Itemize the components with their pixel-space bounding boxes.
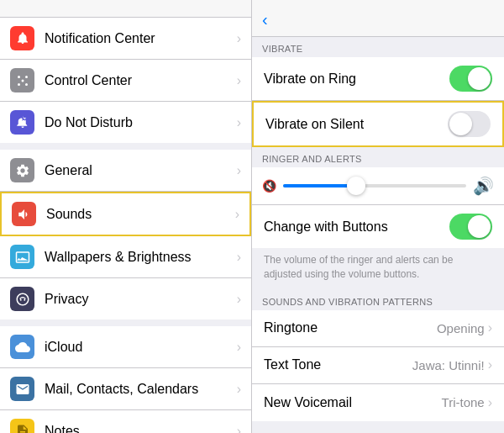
settings-item-do-not-disturb[interactable]: Do Not Disturb› [0,102,251,143]
settings-item-wallpapers[interactable]: Wallpapers & Brightness› [0,236,251,278]
settings-list: Notification Center›Control Center›Do No… [0,18,251,433]
settings-item-mail[interactable]: Mail, Contacts, Calendars› [0,368,251,410]
section-header-0: VIBRATE [252,37,504,57]
control-icon [10,68,34,92]
new-voicemail-value: Tri-tone [442,395,485,409]
settings-item-sounds[interactable]: Sounds› [0,192,251,236]
chevron-icon: › [237,31,241,46]
settings-item-notes[interactable]: Notes› [0,410,251,433]
right-item-text-tone[interactable]: Text ToneJawa: Utinni!› [252,347,504,384]
section-header-1: RINGER AND ALERTS [252,147,504,167]
icloud-label: iCloud [45,340,234,355]
back-button[interactable]: ‹ [262,10,271,29]
nav-chevron-icon: › [488,320,492,335]
svg-point-0 [21,79,24,82]
chevron-icon: › [237,424,241,434]
chevron-icon: › [237,382,241,397]
right-list-2: RingtoneOpening›Text ToneJawa: Utinni!›N… [252,310,504,421]
notes-label: Notes [45,424,234,434]
notes-icon [10,419,34,433]
disturb-icon [10,110,34,135]
chevron-icon: › [237,250,241,265]
change-buttons-label: Change with Buttons [264,219,449,235]
privacy-icon [10,287,34,311]
back-chevron-icon: ‹ [262,10,268,29]
settings-item-notification-center[interactable]: Notification Center› [0,18,251,60]
right-item-new-voicemail[interactable]: New VoicemailTri-tone› [252,384,504,421]
chevron-icon: › [237,115,241,130]
mail-label: Mail, Contacts, Calendars [45,382,234,397]
section-header-2: SOUNDS AND VIBRATION PATTERNS [252,290,504,310]
settings-group-0: Notification Center›Control Center›Do No… [0,18,251,143]
left-panel: Notification Center›Control Center›Do No… [0,0,252,433]
ringtone-label: Ringtone [264,320,437,335]
left-header [0,0,251,18]
notification-icon [10,26,34,50]
right-content: VIBRATEVibrate on RingVibrate on SilentR… [252,37,504,433]
nav-chevron-icon: › [488,395,492,410]
right-item-vibrate-silent[interactable]: Vibrate on Silent [252,101,504,147]
right-item-vibrate-ring[interactable]: Vibrate on Ring [252,57,504,101]
volume-slider-row: 🔇🔊 [252,167,504,205]
change-buttons-toggle[interactable] [449,214,492,240]
settings-group-2: iCloud›Mail, Contacts, Calendars›Notes› [0,319,251,433]
general-icon [10,158,34,182]
volume-low-icon: 🔇 [262,179,276,193]
general-label: General [45,163,234,178]
nav-chevron-icon: › [488,357,492,372]
sounds-label: Sounds [46,207,232,222]
chevron-icon: › [237,292,241,307]
vibrate-ring-label: Vibrate on Ring [264,71,449,87]
new-voicemail-label: New Voicemail [264,395,442,410]
settings-item-general[interactable]: General› [0,150,251,192]
wallpaper-icon [10,245,34,269]
icloud-icon [10,335,34,359]
mail-icon [10,377,34,401]
settings-group-1: General›Sounds›Wallpapers & Brightness›P… [0,143,251,319]
control-center-label: Control Center [45,73,234,88]
svg-point-4 [25,83,28,86]
privacy-label: Privacy [45,292,234,307]
svg-point-1 [18,76,20,78]
right-header: ‹ [252,0,504,37]
right-list-0: Vibrate on RingVibrate on Silent [252,57,504,147]
section-note-1: The volume of the ringer and alerts can … [252,248,504,290]
vibrate-silent-toggle[interactable] [448,111,491,137]
text-tone-value: Jawa: Utinni! [412,358,485,372]
right-list-1: 🔇🔊Change with Buttons [252,167,504,248]
wallpapers-label: Wallpapers & Brightness [45,250,234,265]
vibrate-silent-label: Vibrate on Silent [265,117,448,132]
right-panel: ‹ VIBRATEVibrate on RingVibrate on Silen… [252,0,504,433]
chevron-icon: › [237,163,241,178]
do-not-disturb-label: Do Not Disturb [45,115,234,130]
volume-high-icon: 🔊 [473,176,494,196]
right-item-change-buttons[interactable]: Change with Buttons [252,205,504,248]
chevron-icon: › [237,73,241,88]
volume-slider-track[interactable] [283,184,466,187]
vibrate-ring-toggle[interactable] [449,66,492,92]
settings-item-icloud[interactable]: iCloud› [0,326,251,368]
svg-point-3 [18,83,20,86]
ringtone-value: Opening [437,321,485,335]
chevron-icon: › [237,340,241,355]
chevron-icon: › [235,207,239,222]
settings-item-control-center[interactable]: Control Center› [0,60,251,102]
settings-item-privacy[interactable]: Privacy› [0,278,251,319]
right-item-ringtone[interactable]: RingtoneOpening› [252,310,504,347]
sounds-icon [12,202,36,226]
text-tone-label: Text Tone [264,357,412,372]
notification-center-label: Notification Center [45,31,234,46]
svg-point-2 [25,76,28,78]
